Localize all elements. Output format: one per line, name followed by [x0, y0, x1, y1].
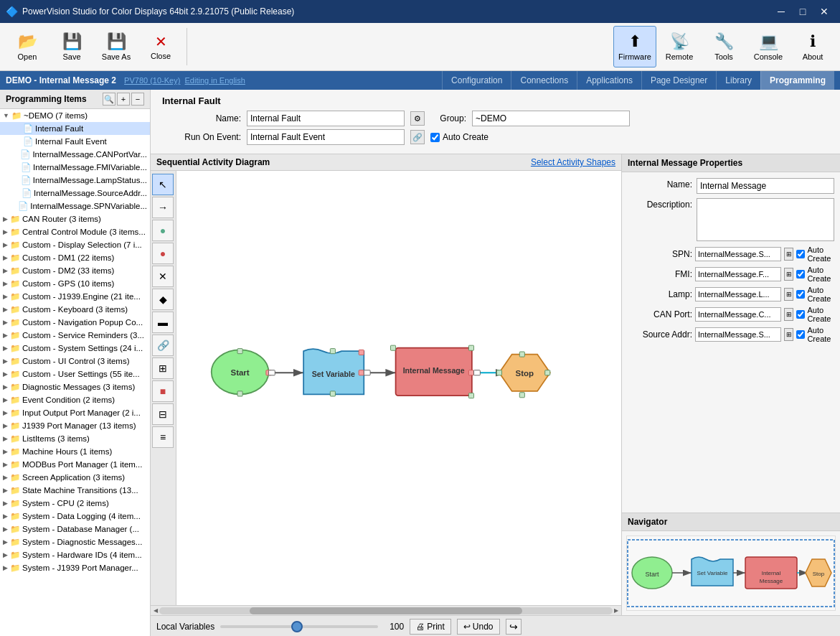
props-autocreate-checkbox-fmi[interactable]	[796, 270, 805, 279]
console-button[interactable]: 💻 Console	[747, 26, 790, 67]
tree-item-system-diagnostic[interactable]: ▶📁System - Diagnostic Messages...	[0, 536, 150, 548]
tab-applications[interactable]: Applications	[577, 71, 641, 90]
props-field-icon-fmi[interactable]: ⊞	[784, 268, 793, 281]
tree-item-custom-service[interactable]: ▶📁Custom - Service Reminders (3...	[0, 329, 150, 342]
firmware-button[interactable]: ⬆ Firmware	[613, 26, 656, 67]
props-autocreate-checkbox-lamp[interactable]	[796, 290, 805, 299]
select-shapes-link[interactable]: Select Activity Shapes	[531, 157, 615, 167]
event-input[interactable]	[247, 129, 405, 145]
sv-connector-bottom[interactable]	[330, 391, 335, 396]
save-button[interactable]: 💾 Save	[50, 26, 93, 67]
tree-item-central-control[interactable]: ▶📁Central Control Module (3 items...	[0, 225, 150, 238]
tree-item-j1939-port[interactable]: ▶📁J1939 Port Manager (13 items)	[0, 419, 150, 432]
props-name-input[interactable]	[697, 178, 834, 194]
tree-item-event-condition[interactable]: ▶📁Event Condition (2 items)	[0, 393, 150, 406]
tree-item-can-port-var[interactable]: 📄InternalMessage.CANPortVar...	[0, 148, 150, 161]
tools-button[interactable]: 🔧 Tools	[702, 26, 745, 67]
tree-item-custom-nav-popup[interactable]: ▶📁Custom - Navigation Popup Co...	[0, 316, 150, 329]
scroll-left-arrow[interactable]: ◀	[152, 607, 159, 614]
close-file-button[interactable]: ✕ Close	[139, 26, 182, 67]
tab-connections[interactable]: Connections	[511, 71, 577, 90]
props-field-icon-lamp[interactable]: ⊞	[784, 288, 793, 301]
im-connector-tr[interactable]	[468, 345, 473, 350]
close-button[interactable]: ✕	[814, 1, 834, 22]
props-field-icon-source-addr[interactable]: ⊞	[784, 328, 793, 341]
stop-connector-bottom[interactable]	[519, 393, 524, 398]
undo-button[interactable]: ↩ Undo	[457, 619, 500, 635]
tree-item-state-machine[interactable]: ▶📁State Machine Transitions (13...	[0, 484, 150, 497]
props-field-input-spn[interactable]	[695, 247, 781, 261]
scroll-thumb[interactable]	[250, 607, 522, 614]
tree-item-system-data-logging[interactable]: ▶📁System - Data Logging (4 item...	[0, 510, 150, 523]
tree-item-custom-j1939[interactable]: ▶📁Custom - J1939.Engine (21 ite...	[0, 290, 150, 303]
sv-connector-right[interactable]	[359, 370, 364, 375]
props-autocreate-checkbox-spn[interactable]	[796, 250, 805, 258]
open-button[interactable]: 📂 Open	[6, 26, 49, 67]
arrow-handle-3[interactable]	[474, 370, 481, 375]
tree-item-modbus[interactable]: ▶📁MODBus Port Manager (1 item...	[0, 458, 150, 471]
tab-configuration[interactable]: Configuration	[442, 71, 511, 90]
rect-tool[interactable]: ▬	[152, 312, 174, 333]
tree-item-system-cpu[interactable]: ▶📁System - CPU (2 items)	[0, 497, 150, 510]
tree-item-machine-hours[interactable]: ▶📁Machine Hours (1 items)	[0, 445, 150, 458]
name-input[interactable]	[247, 111, 405, 126]
tree-item-fmi-variable[interactable]: 📄InternalMessage.FMIVariable...	[0, 161, 150, 174]
stop-connector-top[interactable]	[519, 352, 524, 357]
tree-item-screen-app[interactable]: ▶📁Screen Application (3 items)	[0, 471, 150, 484]
tree-item-system-db-manager[interactable]: ▶📁System - Database Manager (...	[0, 523, 150, 536]
tree-item-custom-dm1[interactable]: ▶📁Custom - DM1 (22 items)	[0, 251, 150, 264]
tab-page-designer[interactable]: Page Designer	[641, 71, 716, 90]
props-field-input-lamp[interactable]	[695, 287, 781, 301]
props-autocreate-checkbox-source-addr[interactable]	[796, 330, 805, 339]
tab-programming[interactable]: Programming	[760, 71, 834, 90]
auto-create-checkbox[interactable]	[430, 133, 440, 142]
start-connector-bottom[interactable]	[237, 391, 242, 396]
props-field-icon-spn[interactable]: ⊞	[784, 248, 793, 261]
props-field-input-source-addr[interactable]	[695, 327, 781, 342]
props-autocreate-checkbox-can-port[interactable]	[796, 310, 805, 319]
tree-item-system-hardware[interactable]: ▶📁System - Hardware IDs (4 item...	[0, 548, 150, 561]
tree-item-can-router[interactable]: ▶📁CAN Router (3 items)	[0, 212, 150, 225]
tree-item-custom-dm2[interactable]: ▶📁Custom - DM2 (33 items)	[0, 264, 150, 277]
tree-item-input-output[interactable]: ▶📁Input Output Port Manager (2 i...	[0, 406, 150, 419]
props-field-icon-can-port[interactable]: ⊞	[784, 308, 793, 321]
save-as-button[interactable]: 💾 Save As	[95, 26, 138, 67]
stop-connector-left[interactable]	[496, 370, 501, 375]
diagram-canvas[interactable]: Start Set Variable	[176, 171, 621, 605]
tree-item-internal-fault-event[interactable]: 📄Internal Fault Event	[0, 135, 150, 148]
props-field-input-can-port[interactable]	[695, 307, 781, 322]
circle-tool[interactable]: ●	[152, 220, 174, 241]
tree-item-custom-ui[interactable]: ▶📁Custom - UI Control (3 items)	[0, 355, 150, 368]
tab-library[interactable]: Library	[716, 71, 760, 90]
tree-item-lamp-status[interactable]: 📄InternalMessage.LampStatus...	[0, 174, 150, 187]
red-circle-tool[interactable]: ●	[152, 243, 174, 264]
tree-item-custom-user[interactable]: ▶📁Custom - User Settings (55 ite...	[0, 368, 150, 380]
maximize-button[interactable]: □	[793, 1, 813, 22]
select-tool[interactable]: ↖	[152, 174, 174, 195]
sv-connector-top[interactable]	[330, 349, 335, 354]
tree-item-list-items[interactable]: ▶📁ListItems (3 items)	[0, 432, 150, 445]
tree-item-custom-sys-settings[interactable]: ▶📁Custom - System Settings (24 i...	[0, 342, 150, 355]
cross-tool[interactable]: ✕	[152, 266, 174, 287]
scroll-track[interactable]	[159, 607, 613, 614]
zoom-slider-thumb[interactable]	[291, 621, 303, 632]
im-connector-right[interactable]	[468, 370, 473, 375]
group-input[interactable]	[472, 111, 630, 126]
minimize-button[interactable]: ─	[771, 1, 791, 22]
about-button[interactable]: ℹ About	[791, 26, 834, 67]
tree-item-custom-keyboard[interactable]: ▶📁Custom - Keyboard (3 items)	[0, 303, 150, 316]
name-icon-btn[interactable]: ⚙	[410, 111, 425, 126]
arrow-tool[interactable]: →	[152, 197, 174, 218]
arrow-handle-1[interactable]	[268, 370, 275, 375]
tree-item-custom-display[interactable]: ▶📁Custom - Display Selection (7 i...	[0, 238, 150, 251]
tree-item-spn-variable[interactable]: 📄InternalMessage.SPNVariable...	[0, 200, 150, 212]
navigator-canvas[interactable]: Start Set Variable Internal Message Stop	[626, 536, 836, 611]
event-icon-btn[interactable]: 🔗	[410, 130, 425, 144]
scroll-right-arrow[interactable]: ▶	[613, 607, 620, 614]
sv-connector-right-top[interactable]	[359, 350, 364, 355]
extra-icon-btn[interactable]: ↪	[506, 619, 522, 635]
stop-connector-right[interactable]	[545, 370, 550, 375]
list-tool[interactable]: ≡	[152, 426, 174, 448]
red-rect-tool[interactable]: ■	[152, 380, 174, 402]
start-connector-top[interactable]	[237, 349, 242, 354]
